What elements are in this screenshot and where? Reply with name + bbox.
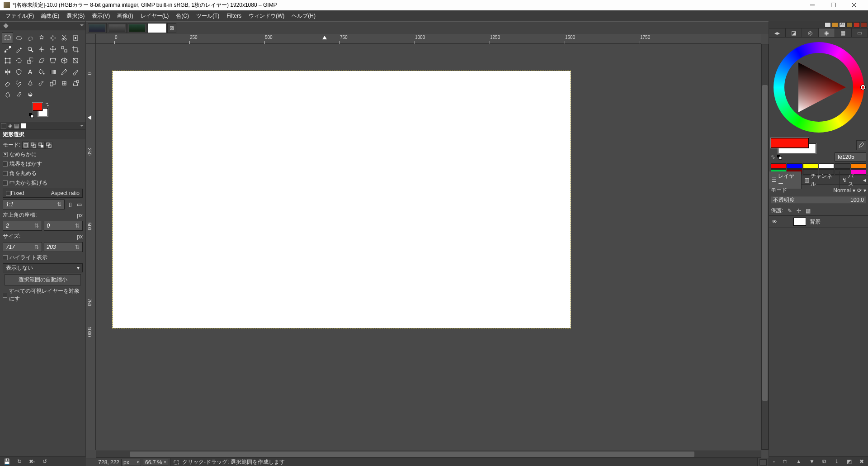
size-unit[interactable]: px xyxy=(70,233,83,240)
menu-layer[interactable]: レイヤー(L) xyxy=(137,11,173,21)
palette-icon[interactable]: ▦ xyxy=(835,29,852,37)
smudge-tool[interactable] xyxy=(13,89,24,100)
mode-reset-icon[interactable]: ⟳ xyxy=(857,187,862,194)
blend-mode-value[interactable]: Normal xyxy=(833,187,851,194)
mypaint-tool[interactable] xyxy=(36,77,47,89)
heal-tool[interactable] xyxy=(58,77,70,89)
scrollbar-v-thumb[interactable] xyxy=(762,85,768,401)
palette-swatch[interactable] xyxy=(803,163,818,169)
palette-swatch[interactable] xyxy=(835,163,850,169)
mask-icon[interactable]: ◩ xyxy=(847,458,852,465)
dodge-tool[interactable] xyxy=(24,89,36,100)
sliders-icon[interactable]: ◂▸ xyxy=(769,29,786,37)
perspective-clone-tool[interactable] xyxy=(70,77,81,89)
ellipse-select-tool[interactable] xyxy=(13,32,24,43)
fixed-checkbox[interactable] xyxy=(6,191,11,196)
landscape-icon[interactable]: ▭ xyxy=(75,201,83,208)
new-layer-icon[interactable]: ▫ xyxy=(773,458,775,465)
dock-header[interactable] xyxy=(0,21,85,30)
sv-triangle[interactable] xyxy=(787,56,850,119)
rect-select-tool[interactable] xyxy=(2,32,13,43)
minimize-button[interactable] xyxy=(802,0,823,10)
noshow-select[interactable]: 表示しない▾ xyxy=(3,263,83,272)
new-group-icon[interactable]: 🗀 xyxy=(783,458,788,465)
dock-menu-icon[interactable] xyxy=(80,24,84,26)
canvas-viewport[interactable] xyxy=(96,44,761,450)
palette-swatch[interactable] xyxy=(819,163,834,169)
color-wheel[interactable] xyxy=(769,38,868,137)
rtab-5[interactable] xyxy=(854,22,860,28)
fg-color-swatch[interactable] xyxy=(33,103,42,111)
menu-select[interactable]: 選択(S) xyxy=(63,11,88,21)
airbrush-tool[interactable] xyxy=(13,77,24,89)
rtab-3[interactable]: Aa xyxy=(839,22,845,28)
watercolor-icon[interactable]: ◎ xyxy=(802,29,819,37)
portrait-icon[interactable]: ▯ xyxy=(66,201,74,208)
paintbrush-tool[interactable] xyxy=(70,66,81,77)
mode-replace-icon[interactable] xyxy=(22,142,29,149)
scales-icon[interactable]: ▭ xyxy=(852,29,868,37)
reset-options-icon[interactable]: ↺ xyxy=(42,458,48,465)
scrollbar-h-thumb[interactable] xyxy=(130,452,695,457)
mode-intersect-icon[interactable] xyxy=(45,142,52,149)
scale-tool[interactable] xyxy=(24,55,36,66)
menu-edit[interactable]: 編集(E) xyxy=(38,11,63,21)
expand-checkbox[interactable] xyxy=(3,181,8,185)
blur-tool[interactable] xyxy=(2,89,13,100)
antialias-checkbox[interactable] xyxy=(3,152,8,157)
palette-swatch[interactable] xyxy=(771,163,786,169)
lock-pixels-icon[interactable]: ✎ xyxy=(788,208,792,214)
align-tool[interactable] xyxy=(58,43,70,55)
nav-preview-icon[interactable] xyxy=(760,459,767,466)
all-visible-checkbox[interactable] xyxy=(3,293,7,298)
clone-tool[interactable] xyxy=(47,77,58,89)
save-options-icon[interactable]: 💾 xyxy=(4,458,10,465)
scrollbar-horizontal[interactable] xyxy=(96,451,761,458)
rotate-tool[interactable] xyxy=(13,55,24,66)
layer-item[interactable]: 👁 背景 xyxy=(769,216,868,228)
paths-tool[interactable] xyxy=(2,43,13,55)
ink-tool[interactable] xyxy=(24,77,36,89)
scrollbar-vertical[interactable] xyxy=(761,44,769,450)
gradient-tool[interactable] xyxy=(47,66,58,77)
crop-tool[interactable] xyxy=(70,43,81,55)
measure-tool[interactable] xyxy=(36,43,47,55)
mode-add-icon[interactable] xyxy=(30,142,37,149)
maximize-button[interactable] xyxy=(823,0,844,10)
size-w-input[interactable]: 717⇅ xyxy=(3,242,42,252)
eraser-tool[interactable] xyxy=(2,77,13,89)
bucket-fill-tool[interactable] xyxy=(36,66,47,77)
square-select-icon[interactable]: ◪ xyxy=(786,29,802,37)
ruler-corner[interactable] xyxy=(86,34,96,44)
free-select-tool[interactable] xyxy=(24,32,36,43)
palette-swatch[interactable] xyxy=(787,163,802,169)
delete-layer-icon[interactable]: ✖ xyxy=(859,458,864,465)
duplicate-layer-icon[interactable]: ⧉ xyxy=(822,458,826,465)
pos-unit[interactable]: px xyxy=(70,212,83,219)
move-tool[interactable] xyxy=(47,43,58,55)
unified-transform-tool[interactable] xyxy=(2,55,13,66)
reload-options-icon[interactable]: ↻ xyxy=(16,458,23,465)
lower-layer-icon[interactable]: ▼ xyxy=(809,458,815,465)
flip-tool[interactable] xyxy=(2,66,13,77)
opacity-slider[interactable]: 不透明度 100.0 xyxy=(771,196,866,204)
ruler-horizontal[interactable]: 02505007501000125015001750 xyxy=(96,34,761,44)
image-tab-1[interactable] xyxy=(88,23,107,33)
delete-options-icon[interactable]: ✖▫ xyxy=(29,458,35,465)
pos-x-input[interactable]: 2⇅ xyxy=(3,221,42,231)
fg-swatch-large[interactable] xyxy=(771,138,809,148)
pencil-tool[interactable] xyxy=(58,66,70,77)
text-tool[interactable]: A xyxy=(24,66,36,77)
ruler-vertical[interactable]: 02505007501000 xyxy=(86,44,96,450)
hue-marker-icon[interactable] xyxy=(861,85,865,90)
chevron-down-icon[interactable]: ▾ xyxy=(853,187,855,194)
layer-name[interactable]: 背景 xyxy=(810,218,821,226)
foreground-select-tool[interactable] xyxy=(70,32,81,43)
rtab-2[interactable] xyxy=(832,22,838,28)
palette-swatch[interactable] xyxy=(851,163,866,169)
image-tab-3[interactable] xyxy=(127,23,146,33)
mode-subtract-icon[interactable] xyxy=(38,142,45,149)
cage-tool[interactable] xyxy=(13,66,24,77)
round-checkbox[interactable] xyxy=(3,171,8,176)
ratio-input[interactable]: 1:1⇅ xyxy=(3,200,65,209)
